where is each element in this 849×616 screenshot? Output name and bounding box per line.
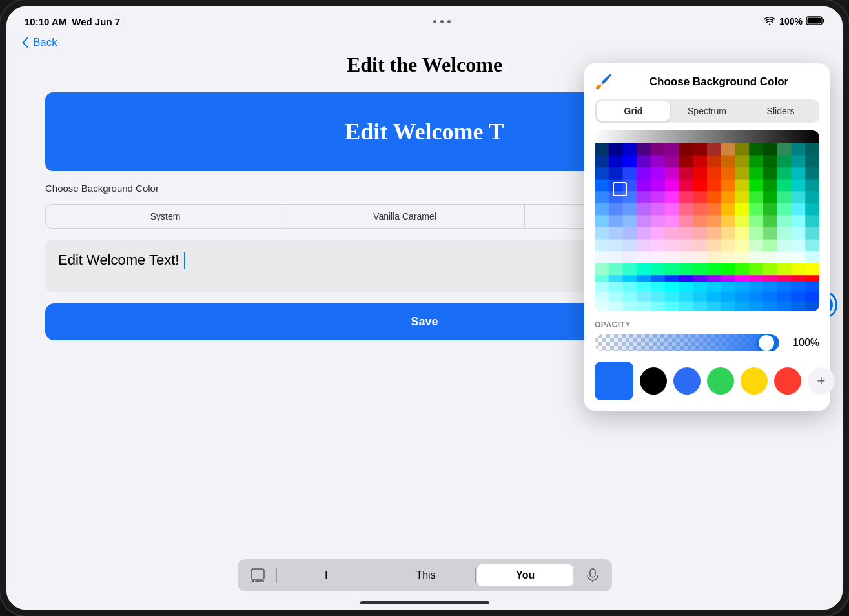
svg-rect-2 — [808, 17, 821, 23]
keyboard-emoji-button[interactable] — [240, 563, 275, 588]
wifi-icon — [764, 16, 775, 27]
opacity-row: 100% — [595, 334, 819, 351]
back-label: Back — [33, 36, 57, 49]
font-tab-vanilla[interactable]: Vanilla Caramel — [285, 205, 525, 228]
picker-tab-grid[interactable]: Grid — [597, 101, 670, 121]
font-tab-system[interactable]: System — [46, 205, 285, 228]
battery-icon — [806, 16, 824, 27]
opacity-thumb — [757, 334, 775, 351]
text-input-value: Edit Welcome Text! — [58, 252, 179, 268]
separator-4 — [575, 568, 575, 583]
suggestion-you[interactable]: You — [477, 564, 573, 586]
back-button[interactable]: Back — [22, 36, 57, 49]
opacity-slider[interactable] — [595, 334, 779, 351]
separator-2 — [376, 568, 376, 583]
swatch-yellow[interactable] — [741, 367, 768, 395]
picker-tabs: Grid Spectrum Sliders — [595, 99, 819, 123]
opacity-label: OPACITY — [595, 320, 819, 329]
status-time: 10:10 AM — [25, 16, 66, 27]
dot-2 — [440, 20, 444, 23]
swatch-green[interactable] — [707, 367, 734, 395]
color-picker-popup: 🖌️ Choose Background Color Grid Spectrum… — [584, 63, 830, 411]
swatches-row: + — [595, 362, 819, 400]
add-swatch-button[interactable]: + — [808, 367, 835, 395]
dot-3 — [447, 20, 451, 23]
picker-title: Choose Background Color — [619, 76, 819, 88]
nav-bar: Back — [6, 32, 843, 53]
picker-tab-spectrum[interactable]: Spectrum — [670, 101, 744, 121]
swatch-black[interactable] — [640, 367, 667, 395]
swatch-blue[interactable] — [673, 367, 701, 395]
status-right: 100% — [764, 16, 824, 27]
status-center-dots — [433, 20, 451, 23]
mic-button[interactable] — [577, 563, 609, 588]
svg-rect-6 — [590, 569, 595, 577]
text-cursor — [184, 252, 185, 269]
suggestion-this[interactable]: This — [378, 564, 474, 586]
keyboard-bar: I This You — [238, 559, 612, 591]
dot-1 — [433, 20, 436, 23]
opacity-value: 100% — [787, 337, 819, 349]
picker-tab-sliders[interactable]: Sliders — [744, 101, 817, 121]
color-grid-visual[interactable] — [595, 130, 819, 311]
status-bar: 10:10 AM Wed Jun 7 100% — [6, 6, 843, 32]
device-frame: 10:10 AM Wed Jun 7 100% — [0, 0, 849, 616]
main-content: Back Edit the Welcome Edit Welcome T Cho… — [6, 32, 843, 610]
suggestion-i[interactable]: I — [278, 564, 374, 586]
color-grid[interactable] — [595, 130, 819, 311]
picker-header: 🖌️ Choose Background Color — [595, 74, 819, 90]
status-date: Wed Jun 7 — [72, 16, 120, 27]
separator-1 — [276, 568, 277, 583]
svg-rect-3 — [251, 569, 264, 579]
battery-text: 100% — [779, 16, 803, 26]
swatch-current-color — [595, 362, 633, 400]
svg-point-4 — [252, 580, 254, 582]
picker-brush-icon: 🖌️ — [595, 74, 612, 90]
separator-3 — [475, 568, 476, 583]
svg-rect-1 — [823, 19, 824, 22]
opacity-gradient — [595, 334, 779, 351]
swatch-red[interactable] — [774, 367, 801, 395]
home-bar — [360, 601, 489, 604]
